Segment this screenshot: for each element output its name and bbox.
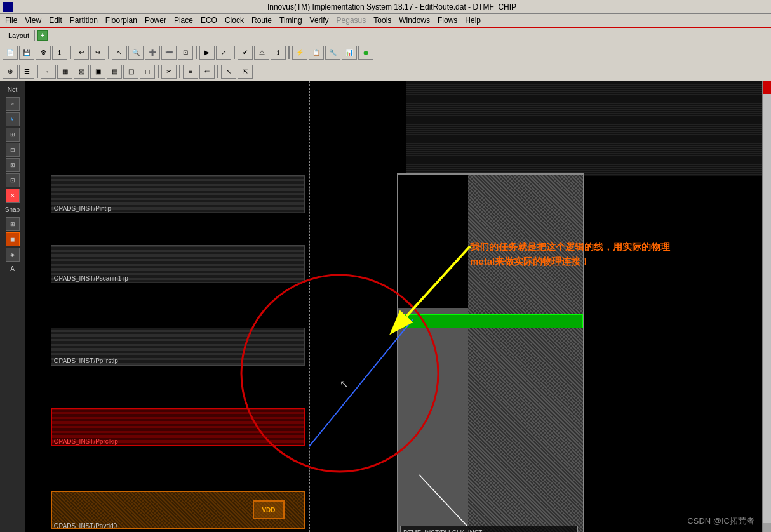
chip-inner-striped [468, 175, 583, 532]
watermark: CSDN @IC拓荒者 [687, 515, 754, 527]
left-icon-6[interactable]: ⊡ [6, 173, 20, 187]
left-icon-1[interactable]: ≈ [6, 97, 20, 111]
toolbar2-14[interactable]: ⇱ [238, 65, 253, 79]
menu-flows[interactable]: Flows [434, 15, 461, 26]
title-icon [3, 2, 13, 12]
toolbar-select[interactable]: ↖ [112, 46, 127, 60]
menu-floorplan[interactable]: Floorplan [102, 15, 141, 26]
menu-tools[interactable]: Tools [370, 15, 395, 26]
toolbar-zoom[interactable]: 🔍 [128, 46, 144, 60]
toolbar2-5[interactable]: ▧ [74, 65, 89, 79]
toolbar-settings[interactable]: ⚙ [36, 46, 51, 60]
menu-partition[interactable]: Partition [66, 15, 102, 26]
main-area: Net ≈ ⊻ ⊞ ⊟ ⊠ ⊡ ✕ Snap ⊞ ◼ ◈ A IOPADS_IN… [0, 81, 771, 532]
iopad-section-1 [51, 175, 305, 213]
menu-timing[interactable]: Timing [276, 15, 306, 26]
toolbar2-8[interactable]: ◫ [123, 65, 138, 79]
iopad-section-3 [51, 328, 305, 366]
menu-pegasus: Pegasus [333, 15, 370, 26]
toolbar2-10[interactable]: ✂ [161, 65, 177, 79]
vdd-box: VDD [253, 500, 285, 519]
left-icon-4[interactable]: ⊟ [6, 143, 20, 157]
cursor-indicator: ↖ [340, 378, 348, 390]
canvas-area[interactable]: IOPADS_INST/Pintip IOPADS_INST/Pscanin1 … [25, 81, 762, 532]
annotation-line2: metal来做实际的物理连接！ [470, 255, 762, 269]
scroll-bottom-btn[interactable] [763, 523, 771, 532]
toolbar2-3[interactable]: ← [41, 65, 56, 79]
green-band [398, 314, 583, 328]
toolbar-undo[interactable]: ↩ [74, 46, 89, 60]
toolbar-open[interactable]: 💾 [19, 46, 34, 60]
snap-icon-1[interactable]: ⊞ [6, 217, 20, 231]
toolbar-zoomin[interactable]: ➕ [145, 46, 160, 60]
chip-step-cutout [398, 175, 468, 308]
snap-label: Snap [5, 206, 20, 213]
iopad-section-4-red [51, 408, 305, 446]
toolbar2-12[interactable]: ⇐ [199, 65, 215, 79]
title-bar: Innovus(TM) Implementation System 18.17 … [0, 0, 771, 14]
tab-add-button[interactable]: + [37, 30, 48, 41]
toolbar-misc1[interactable]: 📋 [309, 46, 324, 60]
toolbar-misc2[interactable]: 🔧 [325, 46, 340, 60]
snap-icon-3[interactable]: ◈ [6, 248, 20, 262]
menu-view[interactable]: View [21, 15, 45, 26]
toolbar-route2[interactable]: ↗ [216, 46, 231, 60]
toolbar-sep-3 [196, 46, 197, 59]
toolbar2-11[interactable]: ≡ [183, 65, 198, 79]
toolbar2-sep2 [158, 65, 159, 78]
hdash-line [25, 444, 762, 444]
toolbar2-sep1 [37, 65, 38, 78]
annotation-box: 我们的任务就是把这个逻辑的线，用实际的物理 metal来做实际的物理连接！ [470, 240, 762, 269]
toolbar2-7[interactable]: ▤ [107, 65, 122, 79]
toolbar-sep-1 [70, 46, 71, 59]
toolbar-redo[interactable]: ↪ [90, 46, 105, 60]
toolbar-green[interactable]: ● [358, 46, 373, 60]
menu-clock[interactable]: Clock [221, 15, 248, 26]
menu-help[interactable]: Help [461, 15, 485, 26]
menu-eco[interactable]: ECO [197, 15, 221, 26]
menu-power[interactable]: Power [141, 15, 170, 26]
menu-place[interactable]: Place [170, 15, 197, 26]
dtmf-label-box: DTMF_INST/PLLCLK_INST [400, 526, 578, 532]
toolbar-power[interactable]: ⚡ [292, 46, 307, 60]
toolbar-fit[interactable]: ⊡ [178, 46, 193, 60]
bg-lines-top [406, 81, 762, 176]
toolbar-route1[interactable]: ▶ [199, 46, 215, 60]
left-panel: Net ≈ ⊻ ⊞ ⊟ ⊠ ⊡ ✕ Snap ⊞ ◼ ◈ A [0, 81, 25, 532]
toolbar-new[interactable]: 📄 [3, 46, 18, 60]
toolbar2-6[interactable]: ▣ [90, 65, 105, 79]
scroll-top-btn[interactable] [763, 81, 771, 94]
toolbar-warn[interactable]: ⚠ [254, 46, 269, 60]
vdash-line [309, 81, 310, 532]
tab-layout[interactable]: Layout [3, 30, 35, 41]
toolbar-row-1: 📄 💾 ⚙ ℹ ↩ ↪ ↖ 🔍 ➕ ➖ ⊡ ▶ ↗ ✔ ⚠ ℹ ⚡ 📋 🔧 📊 … [0, 43, 771, 62]
menu-edit[interactable]: Edit [45, 15, 66, 26]
a-label: A [10, 265, 15, 272]
toolbar-zoomout[interactable]: ➖ [161, 46, 177, 60]
toolbar2-9[interactable]: ◻ [140, 65, 155, 79]
net-label: Net [8, 86, 18, 93]
toolbar-err[interactable]: ℹ [271, 46, 286, 60]
menu-bar: File View Edit Partition Floorplan Power… [0, 14, 771, 28]
menu-verify[interactable]: Verify [306, 15, 333, 26]
toolbar2-4[interactable]: ▦ [57, 65, 72, 79]
snap-icon-2[interactable]: ◼ [6, 232, 20, 246]
toolbar2-13[interactable]: ↖ [221, 65, 236, 79]
left-icon-2[interactable]: ⊻ [6, 112, 20, 126]
left-icon-3[interactable]: ⊞ [6, 128, 20, 142]
toolbar-check[interactable]: ✔ [238, 46, 253, 60]
left-icon-5[interactable]: ⊠ [6, 158, 20, 172]
toolbar2-2[interactable]: ☰ [19, 65, 34, 79]
toolbar2-1[interactable]: ⊕ [3, 65, 18, 79]
toolbar-info[interactable]: ℹ [52, 46, 67, 60]
toolbar-sep-4 [234, 46, 235, 59]
menu-windows[interactable]: Windows [395, 15, 434, 26]
menu-file[interactable]: File [1, 15, 21, 26]
toolbar-misc3[interactable]: 📊 [342, 46, 357, 60]
toolbar2-sep4 [217, 65, 218, 78]
right-scrollbar[interactable] [762, 81, 771, 532]
menu-route[interactable]: Route [248, 15, 276, 26]
toolbar-sep-5 [288, 46, 290, 59]
left-icon-x[interactable]: ✕ [6, 189, 20, 203]
tab-bar: Layout + [0, 28, 771, 43]
